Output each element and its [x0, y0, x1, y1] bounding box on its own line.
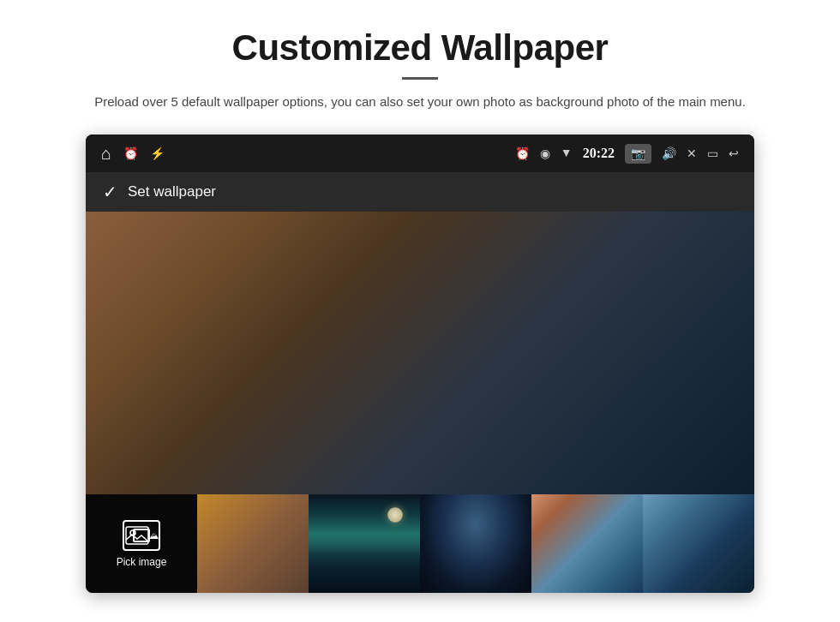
- camera-icon[interactable]: 📷: [625, 144, 651, 164]
- wifi-icon: ▼: [561, 147, 573, 160]
- device-frame: ⌂ ⏰ ⚡ ⏰ ◉ ▼ 20:22 📷 🔊 ✕ ▭ ↩ ✓ Set wallpa…: [86, 135, 754, 593]
- back-icon[interactable]: ↩: [729, 147, 739, 161]
- window-icon[interactable]: ▭: [707, 147, 718, 161]
- wallpaper-thumb-3[interactable]: [420, 494, 531, 593]
- page-subtitle: Preload over 5 default wallpaper options…: [94, 92, 746, 112]
- home-icon[interactable]: ⌂: [101, 144, 111, 164]
- page-header: Customized Wallpaper Preload over 5 defa…: [0, 0, 840, 126]
- pick-image-thumb[interactable]: Pick image: [86, 494, 197, 593]
- status-left: ⌂ ⏰ ⚡: [101, 144, 165, 164]
- status-time: 20:22: [583, 146, 615, 161]
- wallpaper-thumb-5[interactable]: [643, 494, 754, 593]
- status-right: ⏰ ◉ ▼ 20:22 📷 🔊 ✕ ▭ ↩: [515, 144, 739, 164]
- svg-rect-0: [126, 527, 148, 544]
- page-title: Customized Wallpaper: [232, 27, 609, 69]
- wallpaper-thumb-4[interactable]: [531, 494, 643, 593]
- clock-icon: ⏰: [123, 147, 138, 161]
- thumbnail-strip: Pick image: [86, 494, 754, 593]
- pick-image-label: Pick image: [117, 556, 167, 568]
- wallpaper-thumb-1[interactable]: [197, 494, 309, 593]
- aurora-effect: [309, 494, 420, 593]
- check-icon[interactable]: ✓: [103, 182, 117, 202]
- volume-icon[interactable]: 🔊: [662, 147, 676, 161]
- location-icon: ◉: [540, 147, 550, 161]
- pick-image-icon: [123, 520, 160, 551]
- title-divider: [402, 77, 438, 80]
- wallpaper-preview: [86, 212, 754, 494]
- alarm-icon: ⏰: [515, 147, 530, 161]
- close-icon[interactable]: ✕: [687, 147, 697, 161]
- status-bar: ⌂ ⏰ ⚡ ⏰ ◉ ▼ 20:22 📷 🔊 ✕ ▭ ↩: [86, 135, 754, 172]
- usb-icon: ⚡: [150, 147, 165, 161]
- wallpaper-thumb-2[interactable]: [309, 494, 420, 593]
- app-bar-title: Set wallpaper: [128, 183, 216, 200]
- app-bar: ✓ Set wallpaper: [86, 172, 754, 212]
